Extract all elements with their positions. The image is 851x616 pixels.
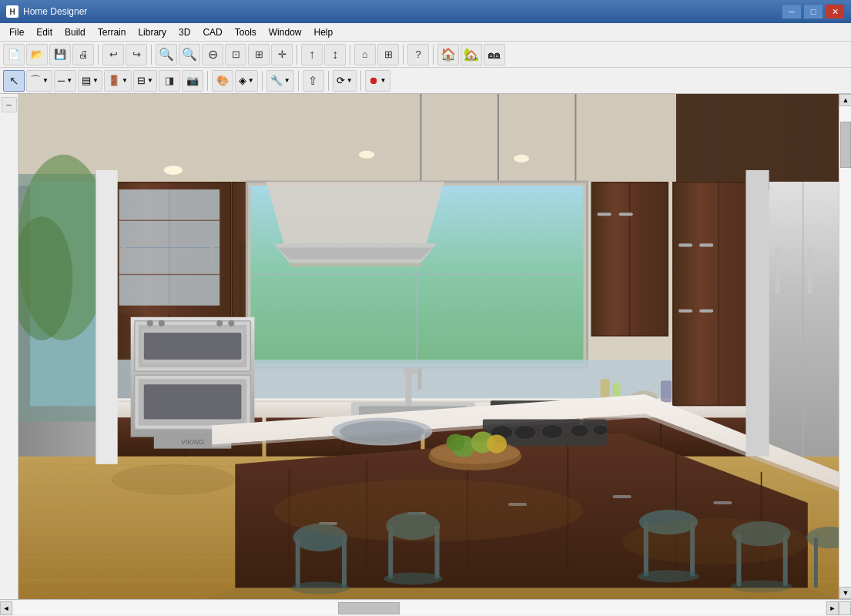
- texture-dropdown[interactable]: ◈ ▼: [235, 70, 258, 92]
- dropdown-arrow2: ▼: [66, 77, 72, 84]
- menu-3d[interactable]: 3D: [173, 24, 196, 41]
- scroll-corner: [839, 601, 851, 615]
- svg-point-72: [159, 320, 165, 326]
- left-toolbar: ─: [0, 94, 18, 599]
- maximize-button[interactable]: □: [803, 4, 823, 19]
- zoom-minus-button[interactable]: ⊖: [202, 44, 223, 65]
- svg-point-141: [487, 435, 507, 454]
- svg-rect-100: [808, 247, 812, 293]
- house2-button[interactable]: 🏡: [461, 44, 482, 65]
- undo-button[interactable]: ↩: [102, 44, 124, 65]
- h-scroll-thumb[interactable]: [338, 602, 400, 614]
- svg-point-142: [447, 434, 465, 451]
- minimize-button[interactable]: ─: [782, 4, 802, 19]
- tools-icon: 🔧: [270, 75, 283, 86]
- zoom-plus-button[interactable]: 🔍: [179, 44, 200, 65]
- toolbar2-separator-1: [207, 71, 208, 91]
- svg-rect-96: [699, 310, 713, 313]
- record-dropdown[interactable]: ⏺ ▼: [365, 70, 390, 92]
- kitchen-render: VIKING: [18, 94, 839, 599]
- svg-point-133: [514, 425, 536, 439]
- zoom-fit-button[interactable]: ⊡: [225, 44, 246, 65]
- arrows-button[interactable]: ↕: [324, 44, 346, 65]
- menu-file[interactable]: File: [3, 24, 30, 41]
- svg-rect-78: [145, 385, 241, 418]
- draw-dropdown[interactable]: ─ ▼: [54, 70, 76, 92]
- svg-rect-145: [342, 537, 347, 588]
- arrow-up-button[interactable]: ↑: [301, 44, 323, 65]
- new-button[interactable]: 📄: [3, 44, 25, 65]
- arrow-up-button2[interactable]: ⇧: [303, 70, 324, 92]
- zoom-window-button[interactable]: ⊞: [248, 44, 270, 65]
- menu-edit[interactable]: Edit: [30, 24, 59, 41]
- svg-rect-89: [619, 213, 633, 216]
- dropdown-arrow9: ▼: [380, 77, 387, 84]
- menu-terrain[interactable]: Terrain: [92, 24, 132, 41]
- house-button[interactable]: 🏠: [437, 44, 459, 65]
- h-scroll-track[interactable]: [14, 601, 825, 615]
- pan-button[interactable]: ✛: [271, 44, 293, 65]
- material-button[interactable]: ◨: [159, 70, 180, 92]
- svg-rect-160: [814, 537, 818, 588]
- tools-dropdown[interactable]: 🔧 ▼: [266, 70, 294, 92]
- scroll-thumb[interactable]: [840, 122, 851, 168]
- svg-rect-94: [699, 243, 713, 246]
- house3-button[interactable]: 🏘: [484, 44, 505, 65]
- dropdown-arrow6: ▼: [248, 77, 254, 84]
- toolbar-separator-5: [403, 45, 404, 65]
- scroll-left-button[interactable]: ◄: [0, 601, 12, 615]
- transform-dropdown[interactable]: ⟳ ▼: [333, 70, 357, 92]
- toolbar-separator-4: [350, 45, 350, 65]
- paint-button[interactable]: 🎨: [212, 70, 233, 92]
- scroll-down-button[interactable]: ▼: [839, 587, 851, 599]
- menu-library[interactable]: Library: [132, 24, 173, 41]
- redo-button[interactable]: ↪: [126, 44, 147, 65]
- menu-cad[interactable]: CAD: [196, 24, 228, 41]
- svg-rect-126: [713, 501, 732, 504]
- save-button[interactable]: 💾: [49, 44, 71, 65]
- svg-point-130: [340, 420, 425, 442]
- close-button[interactable]: ✕: [825, 4, 845, 19]
- menu-build[interactable]: Build: [59, 24, 92, 41]
- cabinet-dropdown[interactable]: ▤ ▼: [78, 70, 102, 92]
- svg-point-71: [147, 320, 153, 326]
- scroll-up-button[interactable]: ▲: [839, 94, 851, 106]
- toolbar2-separator-2: [262, 71, 263, 91]
- dropdown-arrow3: ▼: [92, 77, 99, 84]
- menu-window[interactable]: Window: [263, 24, 308, 41]
- svg-point-23: [514, 155, 529, 162]
- camera-button[interactable]: 📷: [182, 70, 203, 92]
- dropdown-arrow4: ▼: [122, 77, 128, 84]
- elevation-button[interactable]: ⊞: [377, 44, 399, 65]
- svg-point-150: [384, 572, 442, 584]
- toolbar2-separator-4: [328, 71, 329, 91]
- svg-rect-93: [678, 243, 692, 246]
- svg-point-136: [593, 424, 608, 435]
- door-dropdown[interactable]: 🚪 ▼: [104, 70, 132, 92]
- dropdown-arrow8: ▼: [347, 77, 353, 84]
- svg-point-135: [570, 424, 588, 437]
- viewport[interactable]: VIKING: [18, 94, 839, 599]
- open-button[interactable]: 📂: [26, 44, 48, 65]
- svg-rect-144: [296, 537, 300, 588]
- toolbar-2: ↖ ⌒ ▼ ─ ▼ ▤ ▼ 🚪 ▼ ⊟ ▼ ◨ 📷 🎨 ◈ ▼ 🔧 ▼ ⇧ ⟳ …: [0, 68, 851, 94]
- toolbar-1: 📄 📂 💾 🖨 ↩ ↪ 🔍 🔍 ⊖ ⊡ ⊞ ✛ ↑ ↕ ⌂ ⊞ ? 🏠 🏡 🏘: [0, 42, 851, 68]
- menu-help[interactable]: Help: [307, 24, 339, 41]
- floor-plan-button[interactable]: ⌂: [354, 44, 376, 65]
- select-button[interactable]: ↖: [3, 70, 25, 92]
- window-controls: ─ □ ✕: [782, 4, 845, 19]
- texture-icon: ◈: [239, 75, 246, 86]
- print-button[interactable]: 🖨: [72, 44, 94, 65]
- window-dropdown[interactable]: ⊟ ▼: [133, 70, 157, 92]
- scroll-right-button[interactable]: ►: [826, 601, 839, 615]
- menu-tools[interactable]: Tools: [229, 24, 263, 41]
- svg-point-74: [228, 320, 234, 326]
- help-button[interactable]: ?: [407, 44, 429, 65]
- svg-point-73: [216, 320, 223, 326]
- polyline-dropdown[interactable]: ⌒ ▼: [26, 70, 52, 92]
- right-scrollbar: ▲ ▼: [839, 94, 851, 599]
- scroll-track[interactable]: [839, 106, 851, 587]
- zoom-search-button[interactable]: 🔍: [156, 44, 177, 65]
- left-tool-1[interactable]: ─: [2, 97, 17, 112]
- svg-point-168: [274, 480, 584, 541]
